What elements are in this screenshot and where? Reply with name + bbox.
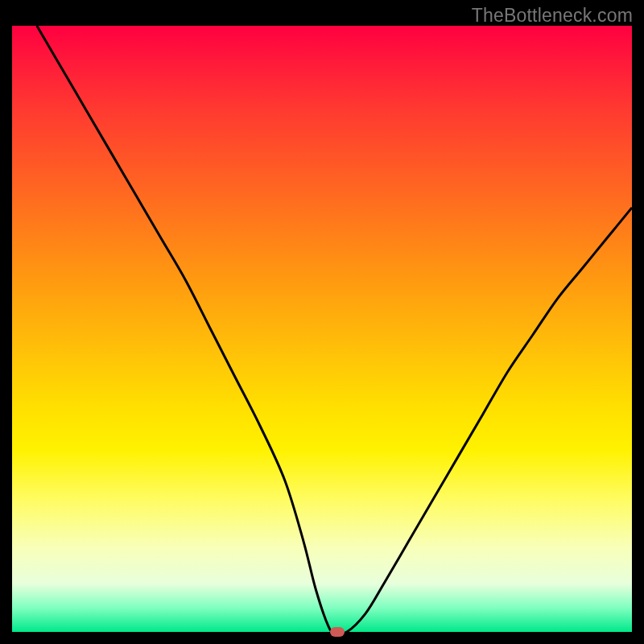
bottleneck-curve	[12, 26, 632, 632]
plot-area	[12, 26, 632, 632]
chart-frame: TheBottleneck.com	[0, 0, 644, 644]
curve-path	[37, 26, 632, 634]
watermark-text: TheBottleneck.com	[472, 5, 633, 27]
minimum-point-marker	[330, 627, 345, 637]
